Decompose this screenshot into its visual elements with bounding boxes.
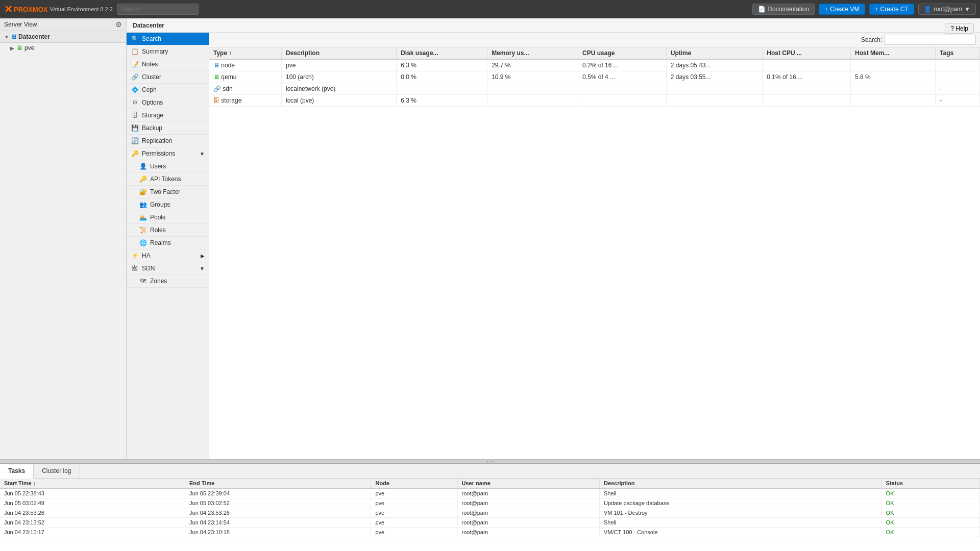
pve-label: pve — [24, 44, 34, 52]
menu-item-summary[interactable]: 📋Summary — [127, 45, 209, 58]
task-row[interactable]: Jun 05 22:38:43Jun 05 22:39:04pveroot@pa… — [0, 488, 980, 498]
task-row[interactable]: Jun 04 23:53:26Jun 04 23:53:26pveroot@pa… — [0, 508, 980, 518]
cell-uptime — [666, 83, 763, 95]
menu-item-options[interactable]: ⚙Options — [127, 96, 209, 109]
tasks-col-end_time[interactable]: End Time — [185, 479, 371, 488]
menu-item-roles[interactable]: 📜Roles — [127, 224, 209, 237]
tab-tasks[interactable]: Tasks — [0, 464, 34, 479]
table-row[interactable]: 🖥 nodepve6.3 %29.7 %0.2% of 16 ...2 days… — [209, 59, 980, 71]
col-header-type[interactable]: Type ↑ — [209, 47, 281, 59]
menu-item-api-tokens[interactable]: 🔑API Tokens — [127, 173, 209, 186]
menu-item-storage[interactable]: 🗄Storage — [127, 109, 209, 122]
create-ct-icon: + — [875, 6, 878, 13]
menu-item-search[interactable]: 🔍Search — [127, 33, 209, 45]
menu-item-permissions[interactable]: 🔑Permissions▼ — [127, 147, 209, 160]
menu-label-pools: Pools — [150, 214, 165, 221]
menu-item-replication[interactable]: 🔄Replication — [127, 135, 209, 147]
tasks-col-user_name[interactable]: User name — [457, 479, 599, 488]
task-cell-description: VM 101 - Destroy — [599, 508, 881, 518]
menu-item-ha[interactable]: ⚡HA▶ — [127, 249, 209, 262]
tasks-col-description[interactable]: Description — [599, 479, 881, 488]
cell-disk_usage: 6.3 % — [397, 95, 487, 107]
sidebar: Server View ⚙ ▼ ⊞ Datacenter ▶ 🖥 pve — [0, 18, 127, 459]
user-menu-button[interactable]: 👤 root@pam ▼ — [918, 4, 976, 15]
menu-item-cluster[interactable]: 🔗Cluster — [127, 71, 209, 84]
settings-button[interactable]: ⚙ — [115, 20, 122, 29]
col-header-disk_usage[interactable]: Disk usage... — [397, 47, 487, 59]
col-header-cpu_usage[interactable]: CPU usage — [578, 47, 667, 59]
main-layout: Server View ⚙ ▼ ⊞ Datacenter ▶ 🖥 pve Dat… — [0, 18, 980, 459]
menu-item-realms[interactable]: 🌐Realms — [127, 237, 209, 249]
menu-item-groups[interactable]: 👥Groups — [127, 198, 209, 211]
task-row[interactable]: Jun 04 23:13:52Jun 04 23:14:54pveroot@pa… — [0, 518, 980, 528]
permissions-expand-icon: ▼ — [200, 151, 205, 157]
task-row[interactable]: Jun 05 03:02:49Jun 05 03:02:52pveroot@pa… — [0, 498, 980, 508]
menu-item-users[interactable]: 👤Users — [127, 160, 209, 173]
table-row[interactable]: 🔗 sdnlocalnetwork (pve)- — [209, 83, 980, 95]
col-header-description[interactable]: Description — [281, 47, 396, 59]
cell-disk_usage: 6.3 % — [397, 59, 487, 71]
menu-item-zones[interactable]: 🗺Zones — [127, 275, 209, 288]
task-cell-user_name: root@pam — [457, 498, 599, 508]
task-cell-description: VM/CT 100 - Console — [599, 528, 881, 537]
cell-cpu_usage: 0.5% of 4 ... — [578, 71, 667, 83]
menu-item-pools[interactable]: 🏊Pools — [127, 211, 209, 224]
user-icon: 👤 — [924, 6, 932, 13]
datacenter-label: Datacenter — [18, 33, 50, 40]
summary-icon: 📋 — [131, 48, 139, 55]
menu-label-ha: HA — [142, 252, 151, 259]
roles-icon: 📜 — [139, 227, 147, 234]
cell-host_cpu: 0.1% of 16 ... — [763, 71, 851, 83]
col-header-host_mem[interactable]: Host Mem... — [851, 47, 936, 59]
menu-label-summary: Summary — [142, 48, 168, 55]
tasks-col-node[interactable]: Node — [371, 479, 457, 488]
tasks-col-status[interactable]: Status — [881, 479, 979, 488]
right-panel: Search: Type ↑DescriptionDisk usage...Me… — [209, 33, 980, 459]
menu-item-ceph[interactable]: 💠Ceph — [127, 84, 209, 96]
cell-cpu_usage: 0.2% of 16 ... — [578, 59, 667, 71]
create-ct-button[interactable]: + Create CT — [869, 4, 914, 15]
menu-item-two-factor[interactable]: 🔐Two Factor — [127, 186, 209, 198]
cell-type: 🖥 node — [209, 59, 281, 71]
task-row[interactable]: Jun 04 23:10:17Jun 04 23:10:18pveroot@pa… — [0, 528, 980, 537]
menu-item-notes[interactable]: 📝Notes — [127, 58, 209, 71]
task-cell-user_name: root@pam — [457, 528, 599, 537]
tasks-body: Jun 05 22:38:43Jun 05 22:39:04pveroot@pa… — [0, 488, 980, 537]
left-menu-panel: 🔍Search📋Summary📝Notes🔗Cluster💠Ceph⚙Optio… — [127, 33, 209, 459]
ceph-icon: 💠 — [131, 86, 139, 93]
sidebar-item-pve[interactable]: ▶ 🖥 pve — [0, 43, 126, 53]
tab-cluster-log[interactable]: Cluster log — [34, 464, 80, 478]
left-menu: 🔍Search📋Summary📝Notes🔗Cluster💠Ceph⚙Optio… — [127, 33, 209, 288]
col-header-tags[interactable]: Tags — [936, 47, 980, 59]
col-header-uptime[interactable]: Uptime — [666, 47, 763, 59]
menu-item-sdn[interactable]: 🕸SDN▼ — [127, 262, 209, 275]
cell-tags: - — [936, 95, 980, 107]
search-label: Search: — [861, 36, 882, 43]
task-cell-start_time: Jun 04 23:10:17 — [0, 528, 185, 537]
table-row[interactable]: 🖥 qemu100 (arch)0.0 %10.9 %0.5% of 4 ...… — [209, 71, 980, 83]
task-cell-end_time: Jun 04 23:53:26 — [185, 508, 371, 518]
menu-label-two-factor: Two Factor — [150, 188, 180, 195]
documentation-button[interactable]: 📄 Documentation — [752, 4, 815, 15]
task-cell-node: pve — [371, 498, 457, 508]
search-input[interactable] — [884, 35, 976, 45]
menu-label-notes: Notes — [142, 61, 158, 68]
col-header-host_cpu[interactable]: Host CPU ... — [763, 47, 851, 59]
table-container: Type ↑DescriptionDisk usage...Memory us.… — [209, 47, 980, 459]
menu-item-backup[interactable]: 💾Backup — [127, 122, 209, 135]
sidebar-item-datacenter[interactable]: ▼ ⊞ Datacenter — [0, 31, 126, 43]
task-cell-start_time: Jun 04 23:13:52 — [0, 518, 185, 528]
sdn-icon: 🕸 — [131, 265, 139, 272]
tasks-col-start_time[interactable]: Start Time ↓ — [0, 479, 185, 488]
topbar-search-input[interactable] — [117, 4, 199, 15]
menu-label-groups: Groups — [150, 201, 170, 208]
datacenter-expand-icon: ▼ — [4, 34, 9, 40]
logo-text: PROXMOX — [14, 6, 47, 13]
cell-host_mem: 5.8 % — [851, 71, 936, 83]
create-vm-button[interactable]: + Create VM — [819, 4, 865, 15]
table-row[interactable]: 🗄 storagelocal (pve)6.3 %- — [209, 95, 980, 107]
col-header-memory_usage[interactable]: Memory us... — [487, 47, 578, 59]
ha-expand-icon: ▶ — [201, 253, 205, 259]
help-button[interactable]: ? Help — [945, 23, 974, 34]
resize-divider[interactable] — [0, 459, 980, 463]
